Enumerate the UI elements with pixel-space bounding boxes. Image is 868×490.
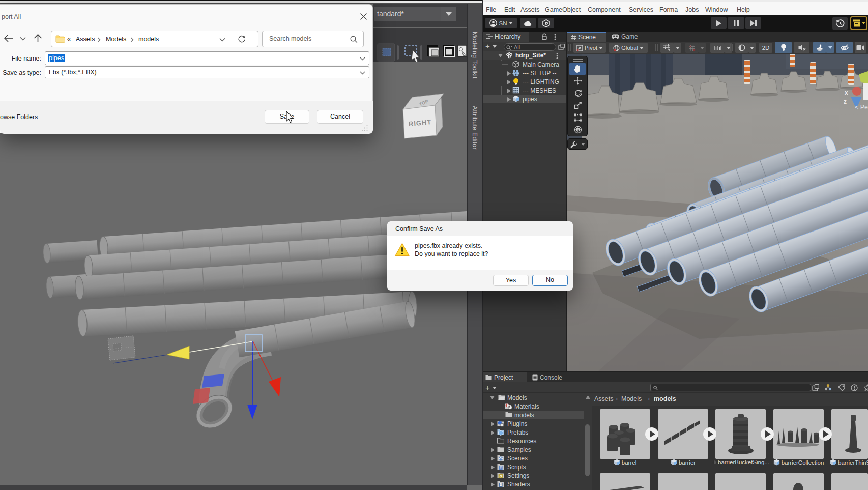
- tab-scene[interactable]: Scene: [567, 32, 606, 42]
- menu-assets[interactable]: Assets: [520, 6, 540, 13]
- move-tool-button[interactable]: [569, 75, 586, 87]
- chevron-down-icon[interactable]: [581, 143, 585, 146]
- label-tag-icon[interactable]: [838, 384, 845, 391]
- tree-row-plugins[interactable]: Plugins: [483, 419, 584, 428]
- maya-tab-modeling-toolkit[interactable]: Modeling Toolkit: [471, 32, 478, 79]
- snap-increment-button[interactable]: [710, 43, 725, 53]
- asset-label-barrier-bucket[interactable]: barrierBucketSing...: [712, 459, 769, 465]
- scene-picker-icon[interactable]: [558, 44, 565, 50]
- kebab-menu-icon[interactable]: [556, 53, 558, 59]
- menu-help[interactable]: Help: [737, 6, 750, 13]
- tab-project[interactable]: Project: [483, 372, 527, 382]
- grid-visibility-button[interactable]: [660, 43, 674, 53]
- play-overlay-icon[interactable]: [819, 427, 832, 441]
- view-tool-button[interactable]: [569, 63, 586, 75]
- maya-select-tool-icon[interactable]: [405, 46, 420, 62]
- foldout-closed-icon[interactable]: [507, 80, 511, 84]
- asset-label-barrier-collection[interactable]: barrierCollection: [771, 459, 826, 466]
- tab-hierarchy[interactable]: Hierarchy: [483, 32, 529, 42]
- hierarchy-row-main-camera[interactable]: Main Camera: [483, 60, 566, 69]
- persp-label[interactable]: < Pe: [855, 104, 868, 111]
- chevron-down-icon[interactable]: [493, 45, 497, 48]
- maya-snap-icon[interactable]: [383, 48, 391, 56]
- tree-row-scenes[interactable]: Scenes: [483, 454, 584, 463]
- breadcrumb-assets[interactable]: Assets: [594, 395, 614, 402]
- up-icon[interactable]: [33, 34, 43, 43]
- menu-forma[interactable]: Forma: [659, 6, 678, 13]
- play-button[interactable]: [711, 17, 727, 29]
- open-in-window-icon[interactable]: [812, 384, 819, 391]
- cancel-button[interactable]: Cancel: [317, 110, 363, 124]
- foldout-closed-icon[interactable]: [491, 474, 495, 478]
- menu-file[interactable]: File: [486, 6, 496, 13]
- tree-row-scripts[interactable]: # Scripts: [483, 463, 584, 471]
- maya-render-icon[interactable]: [458, 45, 467, 56]
- history-chevron-icon[interactable]: [20, 37, 26, 41]
- resize-grip[interactable]: [361, 125, 368, 131]
- cloud-button[interactable]: [520, 18, 536, 28]
- global-mode-button[interactable]: Global: [609, 43, 648, 53]
- tree-row-samples[interactable]: Samples: [483, 445, 584, 454]
- tree-row-prefabs[interactable]: Prefabs: [483, 428, 584, 437]
- tree-row-settings[interactable]: Settings: [483, 471, 584, 480]
- foldout-closed-icon[interactable]: [491, 430, 495, 435]
- shading-dropdown[interactable]: [748, 43, 756, 53]
- pivot-mode-button[interactable]: Pivot: [573, 43, 606, 53]
- kebab-menu-icon[interactable]: [554, 34, 556, 40]
- project-search-input[interactable]: [650, 384, 811, 391]
- build-profiles-button[interactable]: [850, 16, 867, 30]
- snap-grid-button[interactable]: [685, 43, 699, 53]
- asset-label-barrier[interactable]: barrier: [658, 459, 708, 466]
- hierarchy-row-lighting[interactable]: --- LIGHTING: [483, 77, 566, 86]
- play-overlay-icon[interactable]: [761, 427, 774, 441]
- dialog-close-button[interactable]: [356, 11, 370, 22]
- maya-renderer-combo-arrow[interactable]: [441, 7, 456, 21]
- maya-paint-select-icon[interactable]: [443, 45, 454, 56]
- breadcrumb-collapse[interactable]: «: [67, 31, 71, 48]
- asset-thumb-barrier[interactable]: [658, 409, 708, 459]
- version-control-button[interactable]: [538, 18, 554, 28]
- combo-chevron-icon[interactable]: [360, 71, 365, 75]
- scene-lighting-toggle[interactable]: [775, 42, 792, 53]
- scene-camera-button[interactable]: [855, 42, 866, 53]
- foldout-open-icon[interactable]: [498, 54, 503, 57]
- asset-thumb-barrier-collection[interactable]: [773, 409, 824, 459]
- menu-jobs[interactable]: Jobs: [685, 6, 699, 13]
- play-overlay-icon[interactable]: [645, 427, 658, 441]
- shading-mode-button[interactable]: [735, 43, 748, 53]
- scene-visibility-toggle[interactable]: [836, 42, 853, 53]
- grid-dropdown[interactable]: [674, 43, 681, 53]
- asset-thumb-row2[interactable]: [600, 473, 868, 490]
- scene-effects-toggle[interactable]: [813, 42, 826, 53]
- menu-window[interactable]: Window: [705, 6, 728, 13]
- gizmo-x-label[interactable]: x: [845, 89, 848, 96]
- scale-tool-button[interactable]: [569, 100, 586, 111]
- asset-thumb-barrier-thin[interactable]: [831, 409, 868, 459]
- pause-button[interactable]: [728, 17, 744, 29]
- scene-audio-toggle[interactable]: [794, 42, 809, 53]
- hierarchy-row-setup[interactable]: --- SETUP --: [483, 69, 566, 77]
- menu-services[interactable]: Services: [629, 6, 653, 13]
- overlay-drag-handle[interactable]: [573, 59, 583, 62]
- hidden-count-icon[interactable]: [851, 384, 858, 391]
- dialog-search-input[interactable]: Search models: [262, 31, 364, 47]
- tree-row-resources[interactable]: Resources: [483, 437, 584, 445]
- asset-thumb-barrel[interactable]: [600, 409, 650, 459]
- chevron-down-icon[interactable]: [493, 387, 497, 389]
- foldout-closed-icon[interactable]: [507, 97, 511, 102]
- add-gameobject-button[interactable]: +: [485, 42, 490, 50]
- hierarchy-row-scene[interactable]: hdrp_Site*: [483, 51, 566, 60]
- effects-dropdown[interactable]: [826, 42, 834, 53]
- tab-console[interactable]: Console: [529, 372, 570, 382]
- foldout-open-icon[interactable]: [490, 396, 495, 399]
- tree-scrollbar[interactable]: [584, 393, 592, 490]
- transform-tool-button[interactable]: [569, 124, 586, 135]
- maya-toolbar-icons[interactable]: [373, 43, 467, 62]
- tree-row-models-lower[interactable]: models: [483, 411, 584, 419]
- foldout-closed-icon[interactable]: [507, 89, 511, 93]
- rotate-tool-button[interactable]: [569, 88, 586, 99]
- scrollbar-thumb[interactable]: [585, 424, 590, 476]
- hierarchy-search-input[interactable]: All: [504, 43, 556, 51]
- favorite-star-icon[interactable]: [864, 384, 868, 391]
- snap-grid-dropdown[interactable]: [699, 43, 706, 53]
